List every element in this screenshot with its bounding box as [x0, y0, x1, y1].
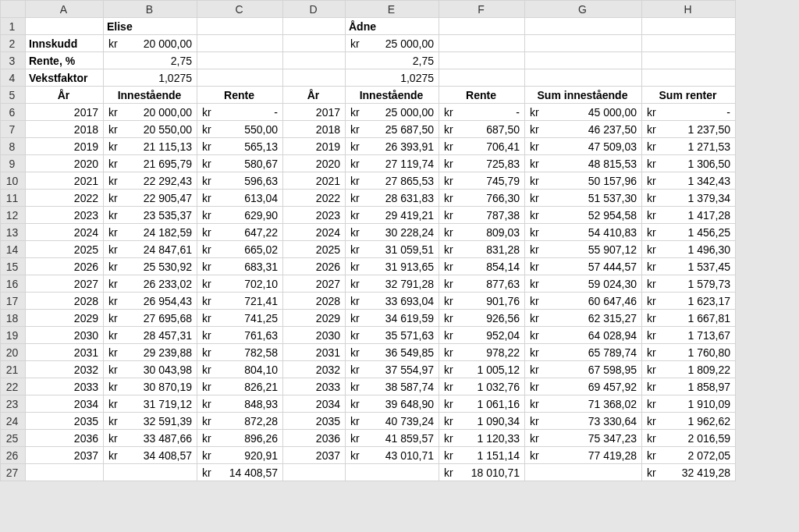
elise-interest[interactable]: kr782,58 — [197, 344, 283, 361]
col-header-A[interactable]: A — [26, 1, 104, 18]
adne-interest[interactable]: kr1 120,33 — [439, 430, 525, 447]
col-header-E[interactable]: E — [346, 1, 439, 18]
year-adne[interactable]: 2027 — [283, 275, 346, 293]
year-elise[interactable]: 2026 — [26, 258, 104, 275]
adne-balance[interactable]: kr25 000,00 — [346, 104, 439, 121]
year-elise[interactable]: 2020 — [26, 155, 104, 172]
adne-balance[interactable]: kr25 687,50 — [346, 121, 439, 138]
empty-cell[interactable] — [26, 464, 104, 481]
elise-balance[interactable]: kr22 905,47 — [104, 190, 197, 207]
year-elise[interactable]: 2023 — [26, 207, 104, 224]
sum-balance[interactable]: kr75 347,23 — [525, 430, 642, 447]
elise-balance[interactable]: kr20 000,00 — [104, 104, 197, 121]
hdr-rente-elise[interactable]: Rente — [197, 87, 283, 104]
empty-cell[interactable] — [525, 35, 642, 52]
empty-cell[interactable] — [197, 35, 283, 52]
year-elise[interactable]: 2025 — [26, 241, 104, 258]
year-adne[interactable]: 2022 — [283, 190, 346, 207]
sum-balance[interactable]: kr52 954,58 — [525, 207, 642, 224]
year-elise[interactable]: 2035 — [26, 413, 104, 430]
sum-interest[interactable]: kr1 579,73 — [642, 275, 736, 293]
label-elise[interactable]: Elise — [104, 18, 197, 35]
elise-innskudd[interactable]: kr20 000,00 — [104, 35, 197, 52]
row-header-10[interactable]: 10 — [1, 172, 26, 190]
row-header-18[interactable]: 18 — [1, 310, 26, 327]
adne-interest[interactable]: kr1 151,14 — [439, 447, 525, 464]
year-elise[interactable]: 2019 — [26, 138, 104, 155]
adne-interest[interactable]: kr854,14 — [439, 258, 525, 275]
empty-cell[interactable] — [346, 464, 439, 481]
year-adne[interactable]: 2019 — [283, 138, 346, 155]
sum-interest[interactable]: kr1 496,30 — [642, 241, 736, 258]
elise-rente-pct[interactable]: 2,75 — [104, 52, 197, 69]
elise-interest[interactable]: kr848,93 — [197, 395, 283, 413]
sum-balance[interactable]: kr46 237,50 — [525, 121, 642, 138]
elise-balance[interactable]: kr27 695,68 — [104, 310, 197, 327]
sum-balance[interactable]: kr67 598,95 — [525, 361, 642, 378]
year-adne[interactable]: 2024 — [283, 224, 346, 241]
empty-cell[interactable] — [283, 464, 346, 481]
elise-interest[interactable]: kr920,91 — [197, 447, 283, 464]
year-adne[interactable]: 2034 — [283, 395, 346, 413]
elise-balance[interactable]: kr22 292,43 — [104, 172, 197, 190]
elise-interest[interactable]: kr683,31 — [197, 258, 283, 275]
elise-interest[interactable]: kr629,90 — [197, 207, 283, 224]
adne-interest[interactable]: kr831,28 — [439, 241, 525, 258]
adne-interest[interactable]: kr687,50 — [439, 121, 525, 138]
year-elise[interactable]: 2029 — [26, 310, 104, 327]
adne-interest[interactable]: kr766,30 — [439, 190, 525, 207]
adne-interest[interactable]: kr745,79 — [439, 172, 525, 190]
elise-balance[interactable]: kr23 535,37 — [104, 207, 197, 224]
sum-interest[interactable]: kr1 858,97 — [642, 378, 736, 395]
sum-balance[interactable]: kr73 330,64 — [525, 413, 642, 430]
elise-interest[interactable]: kr804,10 — [197, 361, 283, 378]
elise-balance[interactable]: kr32 591,39 — [104, 413, 197, 430]
row-header-4[interactable]: 4 — [1, 69, 26, 87]
sum-interest[interactable]: kr1 809,22 — [642, 361, 736, 378]
empty-cell[interactable] — [197, 52, 283, 69]
adne-balance[interactable]: kr41 859,57 — [346, 430, 439, 447]
year-elise[interactable]: 2033 — [26, 378, 104, 395]
elise-interest[interactable]: kr- — [197, 104, 283, 121]
row-header-2[interactable]: 2 — [1, 35, 26, 52]
elise-interest[interactable]: kr761,63 — [197, 327, 283, 344]
row-header-27[interactable]: 27 — [1, 464, 26, 481]
year-adne[interactable]: 2033 — [283, 378, 346, 395]
elise-balance[interactable]: kr29 239,88 — [104, 344, 197, 361]
col-header-H[interactable]: H — [642, 1, 736, 18]
adne-interest[interactable]: kr1 090,34 — [439, 413, 525, 430]
col-header-B[interactable]: B — [104, 1, 197, 18]
sum-balance[interactable]: kr71 368,02 — [525, 395, 642, 413]
elise-interest[interactable]: kr550,00 — [197, 121, 283, 138]
elise-balance[interactable]: kr26 954,43 — [104, 293, 197, 310]
year-elise[interactable]: 2034 — [26, 395, 104, 413]
row-header-11[interactable]: 11 — [1, 190, 26, 207]
adne-balance[interactable]: kr33 693,04 — [346, 293, 439, 310]
sum-interest[interactable]: kr1 910,09 — [642, 395, 736, 413]
row-header-7[interactable]: 7 — [1, 121, 26, 138]
sum-balance[interactable]: kr45 000,00 — [525, 104, 642, 121]
elise-interest[interactable]: kr826,21 — [197, 378, 283, 395]
empty-cell[interactable] — [642, 18, 736, 35]
sum-interest[interactable]: kr1 306,50 — [642, 155, 736, 172]
sum-balance[interactable]: kr62 315,27 — [525, 310, 642, 327]
empty-cell[interactable] — [525, 464, 642, 481]
sum-interest[interactable]: kr1 379,34 — [642, 190, 736, 207]
elise-balance[interactable]: kr21 695,79 — [104, 155, 197, 172]
elise-balance[interactable]: kr34 408,57 — [104, 447, 197, 464]
row-header-23[interactable]: 23 — [1, 395, 26, 413]
elise-balance[interactable]: kr31 719,12 — [104, 395, 197, 413]
sum-interest[interactable]: kr1 667,81 — [642, 310, 736, 327]
elise-balance[interactable]: kr33 487,66 — [104, 430, 197, 447]
sum-balance[interactable]: kr57 444,57 — [525, 258, 642, 275]
year-elise[interactable]: 2021 — [26, 172, 104, 190]
select-all-corner[interactable] — [1, 1, 26, 18]
row-header-20[interactable]: 20 — [1, 344, 26, 361]
elise-interest[interactable]: kr613,04 — [197, 190, 283, 207]
adne-interest[interactable]: kr809,03 — [439, 224, 525, 241]
year-elise[interactable]: 2017 — [26, 104, 104, 121]
empty-cell[interactable] — [197, 69, 283, 87]
empty-cell[interactable] — [642, 69, 736, 87]
sum-balance[interactable]: kr69 457,92 — [525, 378, 642, 395]
sum-balance[interactable]: kr65 789,74 — [525, 344, 642, 361]
